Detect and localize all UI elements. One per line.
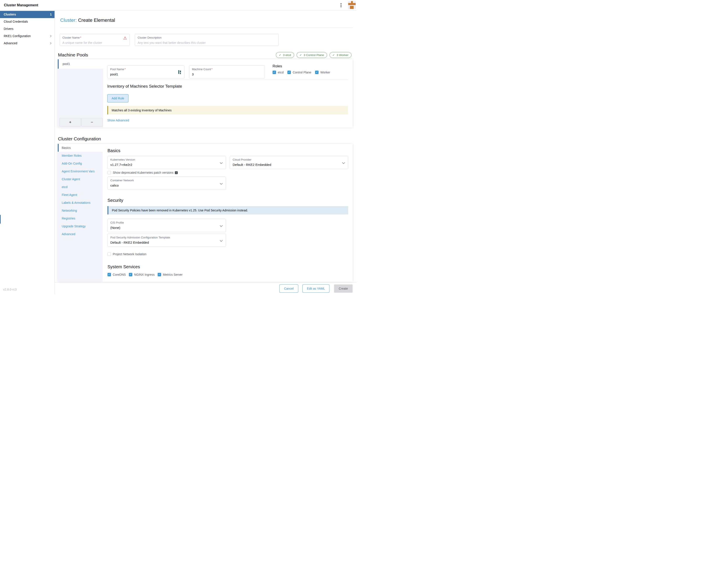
container-network-value[interactable] <box>110 184 217 187</box>
service-metrics-server[interactable]: Metrics Server <box>158 273 183 276</box>
footer-divider <box>55 282 356 282</box>
selector-template-heading: Inventory of Machines Selector Template <box>107 84 182 89</box>
pool-tab-pool1[interactable]: pool1 <box>58 59 103 69</box>
checkbox-checked-icon[interactable] <box>272 70 276 74</box>
system-services-heading: System Services <box>107 264 140 269</box>
deprecated-versions-row: Show deprecated Kubernetes patch version… <box>107 171 178 174</box>
create-button[interactable]: Create <box>334 285 352 293</box>
sidebar-item-clusters[interactable]: Clusters 1 <box>0 11 55 18</box>
etcd-count-badge: 3 etcd <box>276 52 294 58</box>
cluster-create-page: Cluster Management Clusters 1 Cloud Cred… <box>0 0 356 294</box>
security-heading: Security <box>107 198 123 203</box>
add-rule-button[interactable]: Add Rule <box>107 94 128 102</box>
app-version: v2.8.0-rc3 <box>3 288 17 291</box>
chevron-down-icon <box>220 161 223 164</box>
cluster-name-field[interactable]: Cluster Name* ⚠ <box>60 34 130 46</box>
tab-etcd[interactable]: etcd <box>58 183 103 191</box>
checkbox-checked-icon[interactable] <box>287 70 291 74</box>
matches-banner: Matches all 3 existing Inventory of Mach… <box>107 106 348 114</box>
cluster-description-label: Cluster Description <box>138 36 276 39</box>
psa-template-value[interactable] <box>110 240 217 244</box>
system-services-checkboxes: CoreDNS NGINX Ingress Metrics Server <box>107 273 183 276</box>
required-marker: * <box>80 36 81 39</box>
worker-count-badge: 3 Worker <box>329 52 351 58</box>
kubernetes-version-select[interactable]: Kubernetes Version <box>107 156 226 169</box>
role-etcd[interactable]: etcd <box>272 70 283 74</box>
machine-pools-card: pool1 + − Pool Name* Machine Count* Role… <box>58 59 352 127</box>
kubernetes-version-value[interactable] <box>110 163 217 167</box>
container-network-label: Container Network <box>110 179 223 182</box>
checkbox-unchecked-icon[interactable] <box>107 252 111 256</box>
tab-member-roles[interactable]: Member Roles <box>58 152 103 160</box>
pool-name-input[interactable] <box>110 72 176 76</box>
chevron-right-icon <box>49 42 52 44</box>
chevron-down-icon <box>342 161 345 164</box>
tab-upgrade-strategy[interactable]: Upgrade Strategy <box>58 222 103 230</box>
sidebar-item-label: Cloud Credentials <box>4 20 28 23</box>
pool-name-field[interactable]: Pool Name* <box>107 65 184 79</box>
cis-profile-select[interactable]: CIS Profile <box>107 219 226 232</box>
psa-template-select[interactable]: Pod Security Admission Configuration Tem… <box>107 234 226 247</box>
cluster-name-input[interactable] <box>62 41 121 44</box>
sidebar-item-rke1-configuration[interactable]: RKE1 Configuration <box>0 33 55 40</box>
checkbox-unchecked-icon[interactable] <box>107 171 111 174</box>
tab-agent-environment-vars[interactable]: Agent Environment Vars <box>58 167 103 175</box>
role-control-plane[interactable]: Control Plane <box>287 70 311 74</box>
chevron-down-icon <box>220 182 223 185</box>
cloud-provider-label: Cloud Provider <box>233 158 345 161</box>
sidebar-item-label: Advanced <box>4 41 17 45</box>
machine-count-input[interactable] <box>192 72 257 76</box>
cluster-configuration-heading: Cluster Configuration <box>58 136 101 142</box>
chevron-down-icon <box>220 224 223 227</box>
sidebar-item-advanced[interactable]: Advanced <box>0 40 55 47</box>
cluster-description-input[interactable] <box>138 41 270 44</box>
kebab-menu-icon[interactable] <box>339 3 343 8</box>
add-pool-button[interactable]: + <box>59 118 81 127</box>
tab-add-on-config[interactable]: Add-On Config <box>58 160 103 167</box>
tab-cluster-agent[interactable]: Cluster Agent <box>58 175 103 183</box>
sidebar-item-drivers[interactable]: Drivers <box>0 25 55 33</box>
roles-checkboxes: etcd Control Plane Worker <box>272 70 330 74</box>
edit-as-yaml-button[interactable]: Edit as YAML <box>302 285 329 293</box>
info-icon[interactable]: i <box>175 171 178 174</box>
tab-networking[interactable]: Networking <box>58 207 103 214</box>
checkbox-checked-icon[interactable] <box>158 273 161 276</box>
roles-heading: Roles <box>272 64 282 68</box>
config-tab-column: Basics Member Roles Add-On Config Agent … <box>58 144 103 282</box>
show-advanced-link[interactable]: Show Advanced <box>107 119 129 122</box>
sidebar-item-label: RKE1 Configuration <box>4 34 31 38</box>
cancel-button[interactable]: Cancel <box>279 285 298 293</box>
container-network-select[interactable]: Container Network <box>107 176 226 190</box>
sidebar-item-cloud-credentials[interactable]: Cloud Credentials <box>0 18 55 25</box>
user-avatar[interactable] <box>348 1 356 9</box>
checkbox-checked-icon[interactable] <box>315 70 319 74</box>
pool-name-label: Pool Name <box>110 67 124 71</box>
sidebar: Clusters 1 Cloud Credentials Drivers RKE… <box>0 10 55 294</box>
cis-profile-value[interactable] <box>110 226 217 230</box>
service-nginx-ingress[interactable]: NGINX Ingress <box>129 273 155 276</box>
cloud-provider-select[interactable]: Cloud Provider <box>230 156 348 169</box>
checkbox-checked-icon[interactable] <box>107 273 111 276</box>
pod-security-banner: Pod Security Policies have been removed … <box>107 206 348 214</box>
tab-basics[interactable]: Basics <box>58 144 103 152</box>
random-name-icon[interactable] <box>178 70 182 75</box>
deprecated-versions-label: Show deprecated Kubernetes patch version… <box>113 171 174 174</box>
role-worker[interactable]: Worker <box>315 70 330 74</box>
cluster-description-field[interactable]: Cluster Description <box>135 34 279 46</box>
remove-pool-button[interactable]: − <box>81 118 103 127</box>
pool-divider <box>107 80 348 80</box>
tab-fleet-agent[interactable]: Fleet Agent <box>58 191 103 199</box>
control-plane-count-badge: 3 Control Plane <box>297 52 327 58</box>
left-edge-marker <box>0 215 1 224</box>
psa-template-label: Pod Security Admission Configuration Tem… <box>110 236 223 239</box>
tab-registries[interactable]: Registries <box>58 214 103 222</box>
page-title-prefix: Cluster: <box>60 17 77 23</box>
checkbox-checked-icon[interactable] <box>129 273 133 276</box>
service-coredns[interactable]: CoreDNS <box>107 273 126 276</box>
tab-labels-annotations[interactable]: Labels & Annotations <box>58 199 103 207</box>
cloud-provider-value[interactable] <box>233 163 340 167</box>
page-title-text: Create Elemental <box>78 17 115 23</box>
tab-advanced[interactable]: Advanced <box>58 230 103 238</box>
role-count-badges: 3 etcd 3 Control Plane 3 Worker <box>276 52 351 58</box>
machine-count-field[interactable]: Machine Count* <box>189 65 265 79</box>
